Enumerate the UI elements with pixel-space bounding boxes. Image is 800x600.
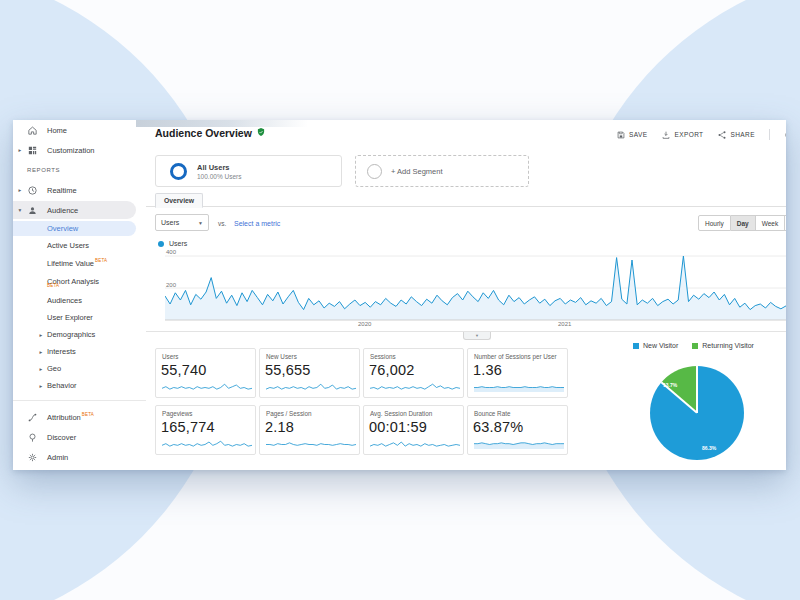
vs-label: vs. <box>218 220 226 227</box>
granularity-buttons: HourlyDayWeekMonth <box>698 215 786 231</box>
expander-right-icon[interactable]: ▸ <box>37 349 45 355</box>
metric-sparkline <box>266 439 356 450</box>
sidebar-item-lifetime-value[interactable]: Lifetime ValueBETA <box>13 254 146 271</box>
grid-icon <box>27 145 38 156</box>
save-icon <box>616 130 626 140</box>
legend-swatch-icon <box>633 343 639 349</box>
sidebar-item-active-users[interactable]: Active Users <box>13 237 146 254</box>
expander-right-icon[interactable]: ▸ <box>37 383 45 389</box>
share-button[interactable]: SHARE <box>717 130 754 140</box>
sidebar-item-overview[interactable]: Overview <box>13 220 146 237</box>
sidebar-item-realtime[interactable]: ▸Realtime <box>13 180 146 200</box>
metric-label: Pageviews <box>162 410 192 417</box>
insights-button[interactable]: INSIGHTS <box>784 130 786 140</box>
sidebar-item-label: Overview <box>47 224 78 233</box>
chevron-down-icon: ▼ <box>198 220 203 226</box>
metric-sparkline <box>474 439 564 450</box>
metric-value: 165,774 <box>161 419 215 435</box>
x-axis-tick-2021: 2021 <box>558 321 571 327</box>
metric-card-users: Users55,740 <box>155 348 256 398</box>
metric-label: Pages / Session <box>266 410 312 417</box>
sidebar-item-label: Realtime <box>47 186 77 195</box>
analytics-window: Home▸CustomizationREPORTS▸Realtime▾Audie… <box>13 120 786 470</box>
sidebar-item-label: Home <box>47 126 67 135</box>
sidebar-item-geo[interactable]: ▸Geo <box>13 360 146 377</box>
metric-label: Number of Sessions per User <box>474 353 557 360</box>
granularity-day-button[interactable]: Day <box>731 215 756 231</box>
metric-value: 1.36 <box>473 362 502 378</box>
sidebar-item-behavior[interactable]: ▸Behavior <box>13 377 146 394</box>
sidebar-section-label: REPORTS <box>13 160 146 180</box>
granularity-hourly-button[interactable]: Hourly <box>698 215 731 231</box>
metric-cards: Users55,740New Users55,655Sessions76,002… <box>155 348 570 455</box>
sidebar-item-label: Admin <box>47 453 68 462</box>
metric-sparkline <box>370 382 460 393</box>
users-line-chart[interactable] <box>165 250 786 332</box>
sidebar-item-discover[interactable]: Discover <box>13 427 146 447</box>
pie-label-new: 86.3% <box>702 445 716 451</box>
metric-select-dropdown[interactable]: Users ▼ <box>155 214 209 231</box>
select-metric-link[interactable]: Select a metric <box>234 220 280 227</box>
metric-card-bounce-rate: Bounce Rate63.87% <box>467 405 568 455</box>
sidebar-item-user-explorer[interactable]: User Explorer <box>13 309 146 326</box>
segment-subtitle: 100.00% Users <box>197 173 241 180</box>
toolbar: SAVEEXPORTSHAREINSIGHTS <box>616 129 786 140</box>
metric-label: Sessions <box>370 353 396 360</box>
toolbar-button-label: SAVE <box>629 131 647 138</box>
expander-down-icon[interactable]: ▾ <box>16 207 24 213</box>
gear-icon <box>27 452 38 463</box>
top-edge-artifact <box>136 120 308 127</box>
sidebar-item-demographics[interactable]: ▸Demographics <box>13 326 146 343</box>
toolbar-divider <box>769 129 770 140</box>
metric-value: 00:01:59 <box>369 419 427 435</box>
pie-legend-label: New Visitor <box>643 342 678 349</box>
sidebar-item-audience[interactable]: ▾Audience <box>13 200 146 220</box>
x-axis-tick-2020: 2020 <box>358 321 371 327</box>
pie-legend: New VisitorReturning Visitor <box>633 342 754 349</box>
metric-card-avg-session-duration: Avg. Session Duration00:01:59 <box>363 405 464 455</box>
sidebar-item-attribution[interactable]: AttributionBETA <box>13 407 146 427</box>
metric-sparkline <box>474 382 564 393</box>
sidebar-item-admin[interactable]: Admin <box>13 447 146 467</box>
segment-title: All Users <box>197 163 241 172</box>
add-segment-button[interactable]: + Add Segment <box>355 155 529 187</box>
metric-sparkline <box>266 382 356 393</box>
legend-swatch-icon <box>692 343 698 349</box>
sidebar-item-label: AttributionBETA <box>47 412 94 422</box>
metric-card-pages-session: Pages / Session2.18 <box>259 405 360 455</box>
sidebar-item-customization[interactable]: ▸Customization <box>13 140 146 160</box>
save-button[interactable]: SAVE <box>616 130 647 140</box>
chart-legend: Users <box>158 240 187 247</box>
metric-sparkline <box>370 439 460 450</box>
attribution-icon <box>27 412 38 423</box>
expander-right-icon[interactable]: ▸ <box>16 187 24 193</box>
metric-value: 63.87% <box>473 419 523 435</box>
sidebar-item-label: Customization <box>47 146 95 155</box>
segment-all-users[interactable]: All Users 100.00% Users <box>155 155 342 187</box>
expander-right-icon[interactable]: ▸ <box>37 366 45 372</box>
sidebar-item-interests[interactable]: ▸Interests <box>13 343 146 360</box>
metric-value: 2.18 <box>265 419 294 435</box>
expander-right-icon[interactable]: ▸ <box>16 147 24 153</box>
pie-legend-label: Returning Visitor <box>702 342 754 349</box>
metric-value: 55,740 <box>161 362 207 378</box>
sidebar-item-label: Geo <box>47 364 61 373</box>
legend-label: Users <box>169 240 187 247</box>
pie-legend-item-returning-visitor: Returning Visitor <box>692 342 754 349</box>
sidebar-item-cohort-analysis[interactable]: Cohort AnalysisBETA <box>13 271 146 292</box>
granularity-month-button[interactable]: Month <box>785 215 786 231</box>
beta-badge: BETA <box>47 283 59 288</box>
tab-overview[interactable]: Overview <box>155 193 203 208</box>
chart-collapse-handle[interactable]: ▼ <box>463 332 491 340</box>
sidebar-item-home[interactable]: Home <box>13 120 146 140</box>
download-icon <box>661 130 671 140</box>
metric-card-new-users: New Users55,655 <box>259 348 360 398</box>
metric-card-number-of-sessions-per-user: Number of Sessions per User1.36 <box>467 348 568 398</box>
person-icon <box>27 205 38 216</box>
granularity-week-button[interactable]: Week <box>756 215 786 231</box>
export-button[interactable]: EXPORT <box>661 130 703 140</box>
metric-value: 76,002 <box>369 362 415 378</box>
metric-sparkline <box>162 439 252 450</box>
expander-right-icon[interactable]: ▸ <box>37 332 45 338</box>
sidebar-item-audiences[interactable]: Audiences <box>13 292 146 309</box>
